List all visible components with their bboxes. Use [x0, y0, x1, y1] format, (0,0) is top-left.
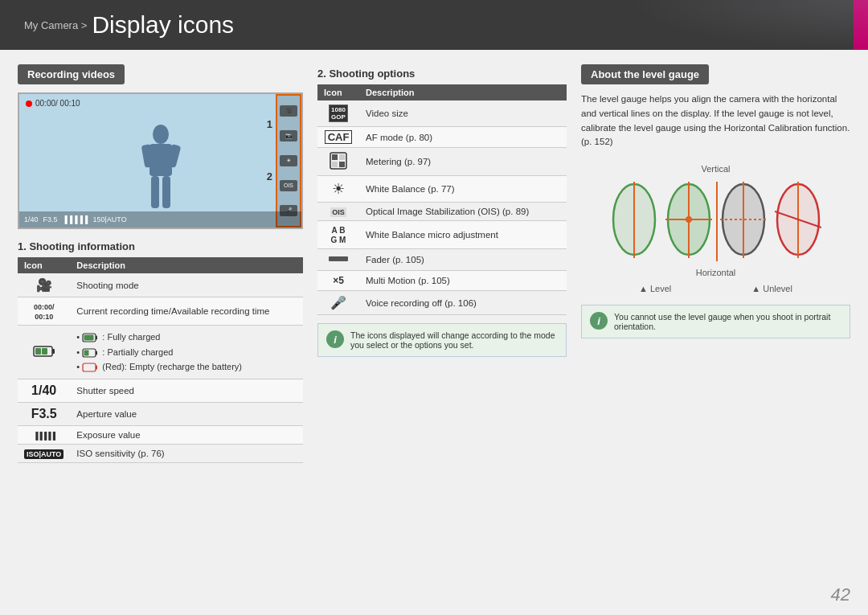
shooting-options-table: Icon Description 1080GOP Video size CAF … [317, 84, 567, 315]
svg-rect-14 [96, 351, 97, 355]
video-size-icon: 1080GOP [329, 105, 348, 122]
row-desc: Optical Image Stabilization (OIS) (p. 89… [359, 203, 567, 221]
camera-preview: 00:00/ 00:10 🎥 📷 ☀ OIS 🎤 [18, 92, 303, 229]
info-icon-2: i [590, 312, 608, 330]
row-icon: 1/40 [18, 379, 70, 403]
svg-rect-4 [151, 176, 159, 208]
silhouette [137, 125, 185, 213]
row-desc: Voice recording off (p. 106) [359, 291, 567, 315]
table-row: Fader (p. 105) [317, 249, 567, 271]
lens-1-green [611, 182, 657, 258]
cam-icon-2: 📷 [280, 130, 297, 141]
row-icon [317, 249, 359, 271]
level-info-text: You cannot use the level gauge when you … [614, 312, 841, 331]
af-mode-icon: CAF [325, 130, 353, 144]
rec-time-icon: 00:00/ 00:10 [34, 303, 55, 321]
lens-4-container [775, 182, 821, 261]
camera-preview-inner: 00:00/ 00:10 🎥 📷 ☀ OIS 🎤 [19, 94, 301, 228]
table-row: CAF AF mode (p. 80) [317, 127, 567, 148]
shutter-display: 1/40 [24, 215, 39, 223]
shooting-info-title: 1. Shooting information [18, 240, 303, 252]
svg-rect-9 [42, 348, 47, 355]
row-icon: ☀ [317, 176, 359, 203]
svg-rect-17 [96, 366, 97, 370]
shooting-options-info-box: i The icons displayed will change accord… [317, 323, 567, 357]
svg-point-0 [153, 125, 169, 144]
row-desc: Fader (p. 105) [359, 249, 567, 271]
row-desc: Aperture value [70, 403, 303, 426]
row-icon: 00:00/ 00:10 [18, 297, 70, 326]
unlevel-label: Unlevel [751, 284, 792, 293]
svg-rect-16 [83, 363, 96, 371]
shooting-options-title: 2. Shooting options [317, 68, 567, 80]
row-icon: OIS [317, 203, 359, 221]
svg-rect-22 [339, 162, 345, 167]
svg-rect-8 [35, 348, 41, 355]
aperture-display: F3.5 [43, 215, 58, 223]
accent-bar [854, 0, 868, 50]
breadcrumb: My Camera > [24, 19, 87, 31]
multi-motion-icon: ×5 [333, 275, 344, 286]
wb-micro-icon: A BG M [331, 226, 346, 244]
camera-label-2: 2 [267, 170, 272, 182]
level-label: Level [639, 284, 671, 293]
row-desc: Multi Motion (p. 105) [359, 271, 567, 291]
level-gauge-description: The level gauge helps you align the came… [581, 92, 850, 150]
battery-item-empty: (Red): Empty (recharge the battery) [76, 359, 297, 375]
col-header-desc: Description [70, 257, 303, 273]
table-row: 🎤 Voice recording off (p. 106) [317, 291, 567, 315]
battery-item-partial: : Partially charged [76, 345, 297, 360]
table-row: OIS Optical Image Stabilization (OIS) (p… [317, 203, 567, 221]
table-row: 00:00/ 00:10 Current recording time/Avai… [18, 297, 303, 326]
info-icon: i [326, 330, 344, 348]
battery-empty-icon [82, 363, 98, 372]
lens-diagram [581, 182, 850, 261]
table-row: 🎥 Shooting mode [18, 273, 303, 297]
camera-sidebar-icons: 🎥 📷 ☀ OIS 🎤 [276, 94, 301, 228]
svg-rect-5 [162, 176, 170, 208]
battery-full-icon [82, 333, 98, 342]
svg-rect-11 [96, 336, 97, 340]
battery-item-full: : Fully charged [76, 330, 297, 345]
iso-badge: ISO|AUTO [24, 449, 63, 459]
lens-3-container [720, 182, 767, 261]
metering-icon [330, 152, 347, 170]
camera-label-1: 1 [267, 118, 272, 130]
shutter-icon: 1/40 [31, 383, 56, 397]
vertical-label: Vertical [581, 161, 850, 175]
rec-time: 00:00/ 00:10 [35, 99, 80, 108]
table-row: ×5 Multi Motion (p. 105) [317, 271, 567, 291]
row-icon: ▐▐▐▐▐ [18, 426, 70, 445]
lens-2-container [665, 182, 712, 261]
exposure-bar: ▐▐▐▐▐ [63, 215, 88, 223]
middle-column: 2. Shooting options Icon Description 108… [317, 64, 567, 607]
table-row: 1080GOP Video size [317, 100, 567, 127]
page-number: 42 [831, 584, 850, 605]
main-content: Recording videos 00:00/ 00:10 [0, 50, 868, 615]
lens-3-dark [720, 182, 767, 258]
cam-icon-1: 🎥 [280, 105, 297, 117]
white-balance-icon: ☀ [332, 181, 345, 197]
page-title: Display icons [92, 11, 234, 39]
svg-rect-21 [332, 162, 338, 167]
svg-rect-19 [332, 154, 338, 160]
col-header-desc: Description [359, 84, 567, 100]
shooting-options-tbody: 1080GOP Video size CAF AF mode (p. 80) [317, 100, 567, 315]
vertical-center-line [716, 182, 718, 261]
row-desc: ISO sensitivity (p. 76) [70, 445, 303, 463]
voice-off-icon: 🎤 [330, 296, 346, 310]
svg-rect-20 [339, 154, 345, 160]
lens-1-container [611, 182, 657, 261]
svg-rect-7 [52, 349, 55, 354]
fader-icon [329, 253, 348, 264]
row-icon: ISO|AUTO [18, 445, 70, 463]
row-desc: AF mode (p. 80) [359, 127, 567, 148]
svg-rect-23 [329, 256, 348, 261]
shooting-info-tbody: 🎥 Shooting mode 00:00/ 00:10 Current rec… [18, 273, 303, 463]
row-icon: 🎤 [317, 291, 359, 315]
horizontal-label: Horizontal [581, 264, 850, 279]
table-row: ☀ White Balance (p. 77) [317, 176, 567, 203]
row-desc: White Balance micro adjustment [359, 221, 567, 249]
ois-icon: OIS [330, 207, 346, 217]
rec-indicator: 00:00/ 00:10 [26, 99, 80, 108]
